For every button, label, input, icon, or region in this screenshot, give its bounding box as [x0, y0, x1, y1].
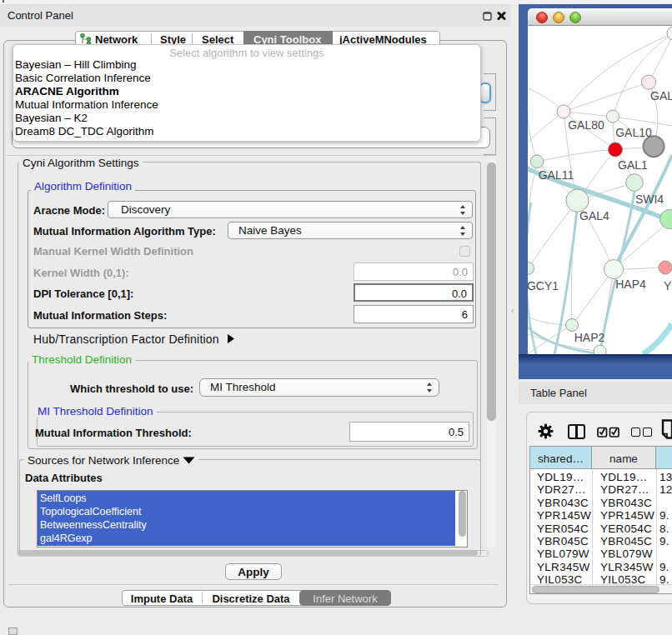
svg-text:GAL10: GAL10	[615, 126, 652, 139]
svg-text:SWI4: SWI4	[635, 192, 664, 206]
svg-text:GAL7: GAL7	[650, 89, 672, 102]
svg-text:GAL80: GAL80	[568, 118, 604, 132]
svg-text:GAL4: GAL4	[579, 209, 609, 222]
svg-text:Y: Y	[664, 279, 672, 292]
svg-text:HAP2: HAP2	[574, 331, 605, 344]
svg-text:GAL11: GAL11	[539, 168, 574, 182]
svg-text:HAP4: HAP4	[615, 278, 646, 291]
svg-text:GCY1: GCY1	[528, 279, 559, 292]
svg-text:GAL1: GAL1	[618, 158, 648, 172]
